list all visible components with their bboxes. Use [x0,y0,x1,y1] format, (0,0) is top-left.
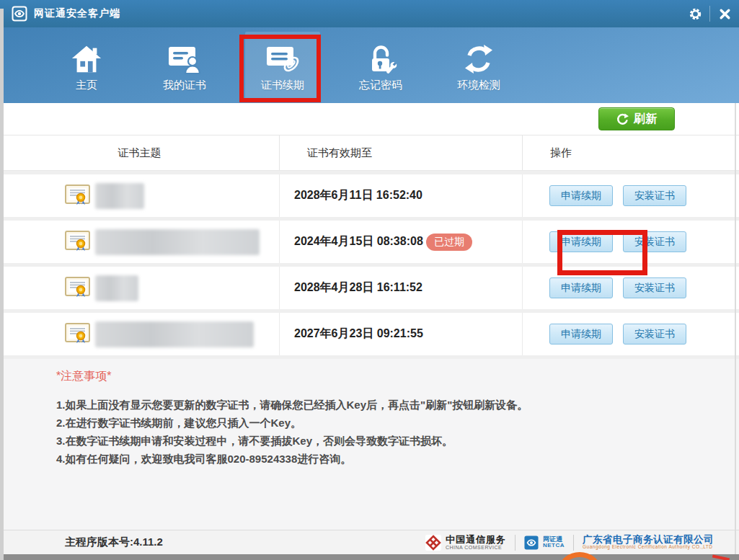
certificate-icon [65,276,91,301]
refresh-button-label: 刷新 [634,112,657,127]
refresh-button[interactable]: 刷新 [598,107,675,130]
nav-tab-label: 忘记密码 [359,79,402,92]
table-row: 2028年6月11日 16:52:40 申请续期 安装证书 [0,174,739,217]
app-window: 网证通安全客户端 [0,0,739,560]
nav-tab-label: 主页 [76,79,97,92]
nav-tab-certificate-renewal[interactable]: 证书续期 [245,32,320,99]
notes-title: *注意事项* [56,369,710,384]
install-button[interactable]: 安装证书 [623,185,686,206]
logo-name-en: Guangdong Electronic Certification Autho… [583,545,714,550]
certificate-table: 2028年6月11日 16:52:40 申请续期 安装证书 [0,171,739,359]
footer-divider [573,535,574,551]
nav-tab-forgot-password[interactable]: 忘记密码 [343,32,418,99]
titlebar: 网证通安全客户端 [0,0,739,27]
logo-name-en: NETCA [543,543,565,548]
note-item: 4.如有任何疑问，欢迎致电我司客服020-89524338进行咨询。 [56,450,710,468]
window-title: 网证通安全客户端 [34,7,120,20]
notes-section: *注意事项* 1.如果上面没有显示您要更新的数字证书，请确保您已经插入Key后，… [0,359,739,530]
nav-tab-my-certificates[interactable]: 我的证书 [147,32,222,99]
table-row: 2028年4月28日 16:11:52 申请续期 安装证书 [0,267,739,309]
nav-tab-environment-check[interactable]: 环境检测 [441,32,516,99]
nav-tab-label: 环境检测 [457,79,500,92]
netca-eye-icon [524,535,539,550]
table-row: 2027年6月23日 09:21:55 申请续期 安装证书 [0,313,739,355]
nav-tab-home[interactable]: 主页 [49,32,124,99]
toolbar: 刷新 [0,103,739,135]
table-row: 2024年4月15日 08:38:08 已过期 申请续期 安装证书 [0,221,739,263]
column-header-actions: 操作 [523,135,739,170]
redacted-subject [95,321,254,347]
nav-tab-label: 我的证书 [163,79,206,92]
china-comservice-logo: 中国通信服务 CHINA COMSERVICE [425,535,506,551]
nav-tab-label: 证书续期 [261,79,304,92]
logo-name-en: CHINA COMSERVICE [446,545,506,550]
redacted-subject [95,275,138,301]
window-left-edge [0,9,4,560]
logo-name: 中国通信服务 [446,535,506,545]
install-button[interactable]: 安装证书 [623,231,686,252]
valid-until-date: 2024年4月15日 08:38:08 [294,234,423,249]
table-header: 证书主题 证书有效期至 操作 [0,135,739,171]
redacted-subject [95,183,144,209]
install-button[interactable]: 安装证书 [623,324,686,345]
environment-check-icon [463,39,495,75]
china-comservice-knot-icon [425,535,441,551]
netca-logo: 网证通 NETCA [524,535,565,550]
window-bottom-edge [0,554,739,560]
version-label: 主程序版本号:4.11.2 [65,535,163,549]
close-icon [719,8,731,20]
redacted-subject [95,229,260,255]
refresh-icon [616,113,629,125]
nav-bar: 主页 我的证书 [0,27,739,103]
column-header-subject: 证书主题 [0,135,280,170]
certificate-icon [65,184,91,208]
column-header-valid-until: 证书有效期至 [280,135,523,170]
valid-until-date: 2028年6月11日 16:52:40 [294,188,422,203]
app-logo-icon [12,6,27,22]
close-button[interactable] [710,0,739,27]
valid-until-date: 2027年6月23日 09:21:55 [294,326,423,342]
expired-badge: 已过期 [426,234,472,251]
renew-button[interactable]: 申请续期 [549,324,613,345]
home-icon [70,39,103,75]
note-item: 2.在进行数字证书续期前，建议您只插入一个Key。 [56,414,710,432]
valid-until-date: 2028年4月28日 16:11:52 [294,280,422,295]
note-item: 1.如果上面没有显示您要更新的数字证书，请确保您已经插入Key后，再点击"刷新"… [56,396,710,414]
certificate-renewal-icon [265,39,300,75]
renew-button[interactable]: 申请续期 [549,277,613,298]
forgot-password-icon [364,39,397,75]
gear-icon [689,7,702,21]
logo-name: 广东省电子商务认证有限公司 [583,535,714,545]
certificate-icon [65,322,91,347]
my-certificates-icon [167,39,202,75]
settings-button[interactable] [681,0,709,27]
footer-divider [515,535,515,551]
gdca-logo: 广东省电子商务认证有限公司 Guangdong Electronic Certi… [583,535,714,550]
renew-button[interactable]: 申请续期 [549,185,613,206]
window-right-edge [735,103,736,554]
renew-button[interactable]: 申请续期 [549,231,613,252]
install-button[interactable]: 安装证书 [623,277,686,298]
footer-logos: 中国通信服务 CHINA COMSERVICE 网证通 NETCA [425,535,714,551]
certificate-icon [65,230,91,254]
note-item: 3.在数字证书续期申请和安装过程中，请不要插拔Key，否则会导致数字证书损坏。 [56,432,710,450]
footer: 主程序版本号:4.11.2 中国通信服务 CHINA COMSERVICE [0,530,739,554]
titlebar-buttons [681,0,739,27]
